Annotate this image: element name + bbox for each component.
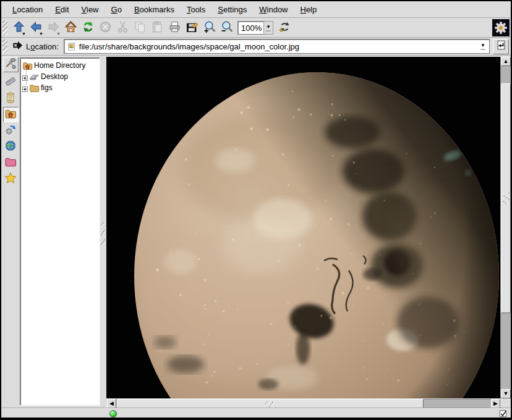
tree-connector-line [26,67,27,85]
sidebar-button-bookmarks[interactable] [3,171,19,187]
rotate-icon [278,20,291,35]
toolbar-drag-handle[interactable] [2,20,7,35]
splitter-grip-icon [101,222,105,248]
go-enter-icon [495,40,506,53]
up-button[interactable]: ▼ [10,19,27,36]
toolbar-drag-handle[interactable] [2,40,7,53]
konqueror-window: LocationEditViewGoBookmarksToolsSettings… [0,0,512,420]
sidebar-button-network[interactable] [3,139,19,154]
clear-location-icon [12,40,23,54]
tree-expander-icon[interactable] [22,85,28,91]
reload-button[interactable] [79,19,96,36]
menu-help[interactable]: Help [296,3,322,16]
image-file-icon [67,42,79,51]
thumb-grip [265,401,276,407]
statusbar [1,408,511,419]
load-status-led [109,410,117,418]
menu-tools[interactable]: Tools [182,3,210,16]
menu-edit[interactable]: Edit [50,3,74,16]
zoom-level-value[interactable]: 100% [237,21,263,35]
tree-item-figs[interactable]: figs [22,82,99,93]
location-input[interactable]: file:/usr/share/backgrounds/images/space… [64,39,490,54]
toolbar-buttons: ▼▼▼ [10,19,235,36]
print-icon [168,20,181,35]
chevron-down-icon[interactable]: ▼ [56,32,61,36]
zoom-out-button[interactable] [218,19,235,36]
zoom-in-icon [203,20,216,35]
tree-item-desktop[interactable]: Desktop [22,71,99,82]
panel-splitter[interactable] [100,57,106,408]
go-button[interactable] [493,39,509,54]
reload-icon [82,20,95,35]
menu-go[interactable]: Go [106,3,127,16]
menu-window[interactable]: Window [254,3,292,16]
active-view-indicator[interactable] [499,410,508,418]
scroll-up-arrow[interactable]: ▲ [501,57,511,66]
vertical-scrollbar[interactable]: ▲ ▼ [500,57,511,398]
print-button[interactable] [166,19,183,36]
location-label: Location: [26,42,59,51]
save-as-button[interactable] [183,19,200,36]
home-button[interactable] [62,19,79,36]
tree-item-home-directory[interactable]: Home Directory [22,60,99,71]
hammer-wrench-icon [4,57,17,72]
horizontal-scrollbar[interactable]: ◀ ▶ [107,399,500,408]
tree-expander-icon[interactable] [22,74,28,80]
sidebar-button-root-directory[interactable] [3,155,19,170]
rotate-button[interactable] [276,19,293,36]
globe-icon [4,140,17,154]
cut-icon [116,20,129,35]
chevron-down-icon[interactable]: ▼ [39,32,43,36]
menu-location[interactable]: Location [7,3,48,16]
tree-item-label: Home Directory [34,61,85,70]
horizontal-scrollbar-thumb[interactable] [117,399,424,408]
kde-gear-logo-icon [492,19,510,36]
back-button[interactable]: ▼ [27,19,45,36]
scroll-down-arrow[interactable]: ▼ [501,389,511,398]
folder-home-icon [4,107,17,122]
menubar: LocationEditViewGoBookmarksToolsSettings… [1,1,511,18]
forward-button[interactable]: ▼ [45,19,62,36]
folder-tree-panel[interactable]: Home DirectoryDesktopfigs [20,57,100,406]
main-toolbar: ▼▼▼ 100% ▼ [1,19,511,38]
zoom-level-combo[interactable]: 100% ▼ [237,21,273,35]
chevron-down-icon[interactable]: ▼ [478,40,488,52]
zoom-in-button[interactable] [200,19,218,36]
paste-button[interactable] [148,19,166,36]
save-as-icon [186,20,198,35]
gear-arrows-icon [4,124,17,138]
scroll-right-arrow[interactable]: ▶ [491,399,500,408]
scroll-icon [4,91,17,106]
rotate-slot [276,19,293,36]
menu-view[interactable]: View [77,3,104,16]
sidebar-button-configure[interactable] [3,57,19,72]
chevron-down-icon[interactable]: ▼ [22,32,26,36]
clear-location-button[interactable] [10,39,25,54]
moon-image [106,57,500,398]
location-toolbar: Location: file:/usr/share/backgrounds/im… [1,38,511,56]
chevron-down-icon[interactable]: ▼ [263,21,273,35]
sidebar-button-home-directory[interactable] [3,107,19,122]
navigation-panel [2,57,19,409]
stop-button[interactable] [96,19,114,36]
desktop-icon [29,72,40,82]
copy-button[interactable] [131,19,148,36]
star-icon [4,172,17,186]
sidebar-button-services[interactable] [3,123,19,138]
hard-disk-icon [4,75,17,90]
red-folder-icon [4,156,17,170]
vertical-scrollbar-thumb[interactable] [501,83,511,313]
folder-home-icon [22,61,33,71]
home-icon [64,20,77,35]
scroll-left-arrow[interactable]: ◀ [107,399,116,408]
menu-settings[interactable]: Settings [213,3,252,16]
image-view [106,57,500,398]
sidebar-button-history[interactable] [3,91,19,106]
zoom-out-icon [220,20,233,35]
sidebar-button-devices[interactable] [3,75,19,90]
location-value[interactable]: file:/usr/share/backgrounds/images/space… [79,42,478,51]
content-area: Home DirectoryDesktopfigs [1,56,511,408]
cut-button[interactable] [114,19,131,36]
copy-icon [134,20,147,35]
menu-bookmarks[interactable]: Bookmarks [129,3,179,16]
